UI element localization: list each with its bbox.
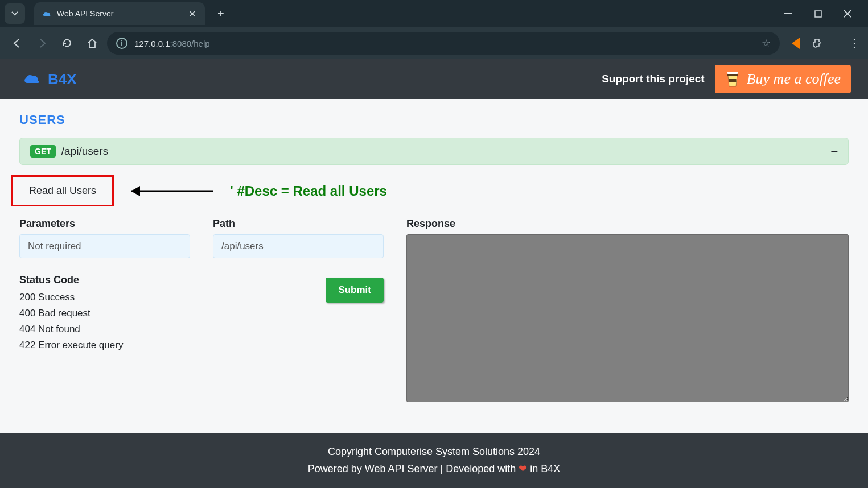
footer-powered: Powered by Web API Server | Developed wi… — [0, 460, 868, 478]
response-output[interactable] — [406, 234, 849, 402]
path-label: Path — [213, 218, 384, 230]
window-titlebar: Web API Server ✕ + — [0, 0, 868, 27]
close-button[interactable] — [838, 5, 857, 23]
annotation-text: ' #Desc = Read all Users — [230, 183, 387, 199]
footer-copyright: Copyright Computerise System Solutions 2… — [0, 443, 868, 461]
back-button[interactable] — [7, 33, 27, 53]
site-info-icon[interactable]: i — [116, 38, 127, 49]
tab-title: Web API Server — [57, 9, 183, 18]
status-422: 422 Error execute query — [19, 337, 190, 353]
extension-speaker-icon[interactable] — [789, 36, 803, 50]
home-icon — [87, 38, 97, 48]
url-text: 127.0.0.1:8080/help — [134, 39, 210, 48]
minimize-button[interactable] — [779, 5, 797, 23]
support-label: Support this project — [602, 73, 705, 85]
address-bar[interactable]: i 127.0.0.1:8080/help ☆ — [107, 32, 780, 55]
section-title: USERS — [19, 113, 849, 127]
page-content: B4X Support this project Buy me a coffee… — [0, 59, 868, 488]
tab-close-button[interactable]: ✕ — [188, 9, 196, 19]
svg-rect-0 — [784, 13, 792, 14]
svg-rect-3 — [727, 74, 738, 76]
endpoint-toggle[interactable]: GET /api/users – — [19, 138, 849, 165]
path-input[interactable] — [213, 234, 384, 258]
forward-button[interactable] — [32, 33, 52, 53]
collapse-icon: – — [831, 144, 838, 159]
description-row: Read all Users ' #Desc = Read all Users — [19, 175, 849, 206]
method-badge: GET — [30, 145, 56, 158]
status-200: 200 Success — [19, 290, 190, 305]
extensions-button[interactable] — [811, 36, 824, 50]
endpoint-description: Read all Users — [29, 185, 96, 196]
app-header: B4X Support this project Buy me a coffee — [0, 59, 868, 99]
brand-logo[interactable]: B4X — [23, 71, 77, 88]
menu-button[interactable]: ⋮ — [848, 36, 861, 50]
svg-rect-1 — [815, 11, 821, 17]
brand-text: B4X — [48, 71, 77, 88]
close-icon — [844, 10, 851, 18]
toolbar-divider — [836, 36, 836, 50]
buy-coffee-button[interactable]: Buy me a coffee — [715, 65, 851, 93]
cloud-icon — [42, 9, 51, 18]
coffee-cup-icon — [725, 71, 740, 88]
annotation-arrow-icon — [120, 183, 216, 200]
cloud-icon — [23, 72, 41, 86]
home-button[interactable] — [82, 33, 102, 53]
reload-button[interactable] — [57, 33, 77, 53]
parameters-label: Parameters — [19, 218, 190, 230]
description-highlight: Read all Users — [11, 175, 114, 206]
browser-tab[interactable]: Web API Server ✕ — [34, 2, 205, 25]
response-label: Response — [406, 218, 849, 230]
status-404: 404 Not found — [19, 321, 190, 337]
chevron-down-icon — [11, 10, 19, 18]
new-tab-button[interactable]: + — [217, 7, 224, 20]
maximize-icon — [814, 10, 822, 18]
browser-toolbar: i 127.0.0.1:8080/help ☆ ⋮ — [0, 27, 868, 59]
arrow-left-icon — [12, 38, 22, 48]
minimize-icon — [784, 13, 792, 14]
svg-rect-2 — [727, 72, 738, 74]
coffee-label: Buy me a coffee — [747, 71, 841, 88]
tab-search-button[interactable] — [5, 3, 25, 24]
maximize-button[interactable] — [809, 5, 827, 23]
parameters-value: Not required — [19, 234, 190, 258]
puzzle-icon — [812, 38, 823, 49]
status-400: 400 Bad request — [19, 305, 190, 321]
status-code-label: Status Code — [19, 274, 190, 286]
endpoint-path: /api/users — [61, 145, 108, 158]
page-footer: Copyright Computerise System Solutions 2… — [0, 433, 868, 488]
svg-rect-4 — [729, 79, 736, 82]
reload-icon — [62, 38, 72, 48]
arrow-right-icon — [37, 38, 47, 48]
heart-icon: ❤ — [519, 463, 527, 474]
submit-button[interactable]: Submit — [326, 278, 384, 303]
bookmark-button[interactable]: ☆ — [762, 37, 771, 49]
